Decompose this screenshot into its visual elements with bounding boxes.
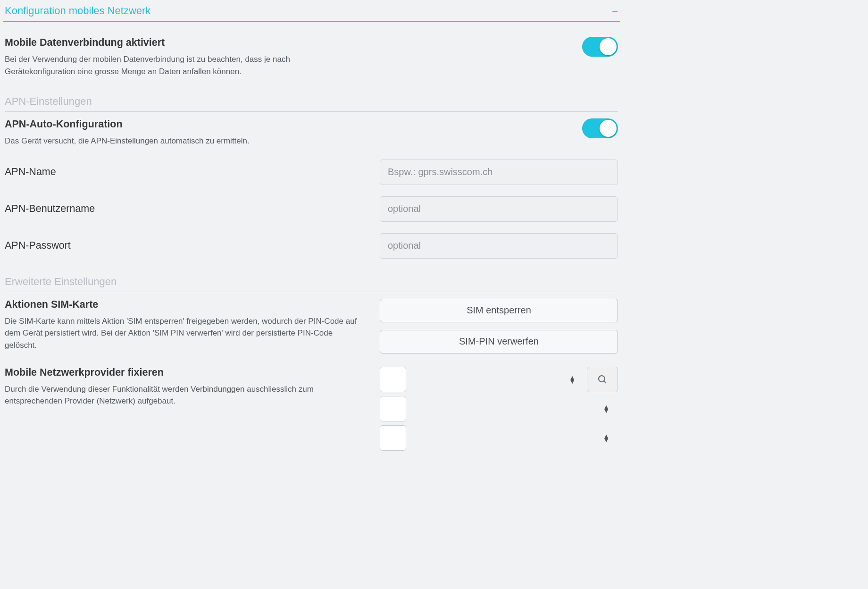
svg-point-0 <box>599 376 605 382</box>
row-provider-lock: Mobile Netzwerkprovider fixieren Durch d… <box>5 360 618 457</box>
apn-auto-title: APN-Auto-Konfiguration <box>5 118 250 130</box>
provider-lock-title: Mobile Netzwerkprovider fixieren <box>5 367 359 379</box>
panel-title: Konfiguration mobiles Netzwerk <box>5 5 150 17</box>
sim-discard-button[interactable]: SIM-PIN verwerfen <box>380 330 618 353</box>
provider-select-3[interactable] <box>380 425 406 451</box>
chevron-sort-icon: ▲▼ <box>603 434 609 442</box>
svg-line-1 <box>604 381 606 383</box>
apn-name-input[interactable] <box>380 160 618 185</box>
provider-select-1[interactable] <box>380 367 406 392</box>
provider-select-2[interactable] <box>380 396 406 421</box>
sim-actions-desc: Die SIM-Karte kann mittels Aktion 'SIM e… <box>5 315 359 352</box>
apn-name-label: APN-Name <box>5 166 56 178</box>
row-mobile-data: Mobile Datenverbindung aktiviert Bei der… <box>5 30 618 84</box>
apn-auto-toggle[interactable] <box>582 118 618 138</box>
row-apn-auto: APN-Auto-Konfiguration Das Gerät versuch… <box>5 112 618 154</box>
search-icon <box>597 374 608 385</box>
chevron-sort-icon: ▲▼ <box>603 405 609 412</box>
chevron-sort-icon: ▲▼ <box>569 376 576 383</box>
collapse-icon[interactable]: − <box>612 7 618 17</box>
panel-header: Konfiguration mobiles Netzwerk − <box>3 0 620 22</box>
provider-search-button[interactable] <box>587 367 618 392</box>
mobile-data-toggle[interactable] <box>582 37 618 57</box>
mobile-data-desc: Bei der Verwendung der mobilen Datenverb… <box>5 53 359 77</box>
sim-unlock-button[interactable]: SIM entsperren <box>380 299 618 322</box>
section-apn: APN-Einstellungen <box>5 84 618 112</box>
mobile-data-title: Mobile Datenverbindung aktiviert <box>5 37 359 49</box>
provider-lock-desc: Durch die Verwendung dieser Funktionalit… <box>5 383 359 407</box>
apn-user-label: APN-Benutzername <box>5 203 95 215</box>
section-advanced: Erweiterte Einstellungen <box>5 264 618 292</box>
apn-auto-desc: Das Gerät versucht, die APN-Einstellunge… <box>5 135 250 147</box>
apn-pass-input[interactable] <box>380 233 618 259</box>
sim-actions-title: Aktionen SIM-Karte <box>5 299 359 311</box>
apn-pass-label: APN-Passwort <box>5 240 71 252</box>
row-sim-actions: Aktionen SIM-Karte Die SIM-Karte kann mi… <box>5 292 618 360</box>
apn-user-input[interactable] <box>380 196 618 222</box>
